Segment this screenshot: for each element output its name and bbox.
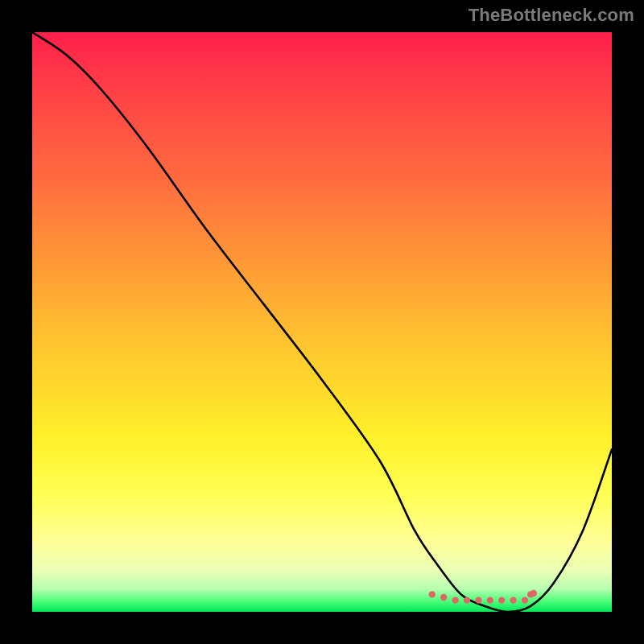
watermark-text: TheBottleneck.com — [469, 5, 634, 26]
flat-region-dot — [510, 597, 516, 603]
outer-frame: TheBottleneck.com — [0, 0, 644, 644]
flat-region-dot — [429, 591, 436, 597]
flat-region-dot — [464, 597, 470, 603]
flat-region-markers — [429, 590, 537, 604]
flat-region-dot — [487, 597, 493, 603]
chart-plot-area — [32, 32, 612, 612]
flat-region-dot — [522, 597, 528, 603]
flat-region-dot — [440, 594, 447, 601]
flat-region-dot — [475, 597, 481, 603]
bottleneck-curve-line — [32, 32, 612, 612]
flat-region-dot — [498, 597, 505, 603]
flat-region-dot — [452, 597, 458, 603]
flat-region-dot — [530, 590, 537, 597]
chart-svg — [32, 32, 612, 612]
